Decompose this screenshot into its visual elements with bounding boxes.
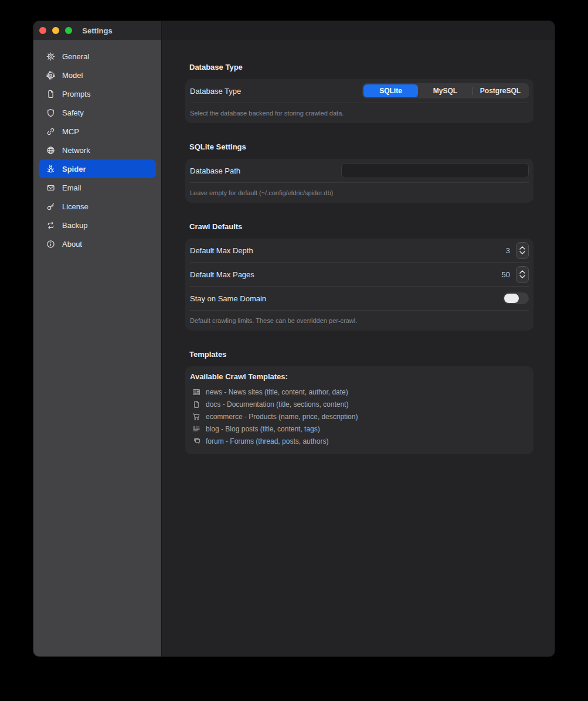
link-icon [46, 127, 55, 136]
sidebar-item-mcp[interactable]: MCP [39, 122, 156, 141]
chevron-up-icon [519, 246, 525, 250]
database-path-helper: Leave empty for default (~/.config/eldri… [185, 183, 533, 203]
sidebar-item-label: MCP [62, 127, 79, 136]
list-icon [192, 425, 200, 433]
template-item-blog: blog - Blog posts (title, content, tags) [190, 423, 529, 435]
section-header: Database Type [189, 63, 533, 72]
template-item-news: news - News sites (title, content, autho… [190, 386, 529, 398]
template-item-text: blog - Blog posts (title, content, tags) [206, 425, 320, 433]
settings-window: Settings General Mo [33, 21, 555, 656]
sidebar-item-label: License [62, 202, 89, 211]
content-titlebar[interactable] [162, 21, 555, 40]
section-crawl-defaults: Crawl Defaults Default Max Depth 3 [185, 222, 533, 331]
database-path-input[interactable] [341, 163, 529, 178]
template-item-ecommerce: ecommerce - Products (name, price, descr… [190, 410, 529, 423]
max-pages-stepper[interactable] [516, 266, 529, 283]
chevron-down-icon [519, 275, 525, 278]
templates-panel-title: Available Crawl Templates: [190, 372, 529, 381]
template-item-text: ecommerce - Products (name, price, descr… [206, 413, 358, 421]
sidebar-item-about[interactable]: About [39, 234, 156, 253]
section-templates: Templates Available Crawl Templates: new… [185, 350, 533, 454]
sidebar-item-model[interactable]: Model [39, 66, 156, 84]
database-type-helper: Select the database backend for storing … [185, 103, 533, 123]
chevron-up-icon [519, 270, 525, 274]
sidebar-nav: General Model Prompts [33, 40, 161, 253]
section-header: Crawl Defaults [189, 222, 533, 231]
toggle-knob [504, 294, 519, 303]
max-depth-label: Default Max Depth [190, 246, 253, 255]
database-path-label: Database Path [190, 166, 240, 175]
sidebar-item-prompts[interactable]: Prompts [39, 84, 156, 103]
envelope-icon [46, 183, 55, 192]
window-title: Settings [33, 21, 161, 40]
segment-mysql[interactable]: MySQL [418, 84, 473, 97]
section-sqlite-settings: SQLite Settings Database Path Leave empt… [185, 142, 533, 203]
sidebar-item-backup[interactable]: Backup [39, 216, 156, 234]
sidebar-item-network[interactable]: Network [39, 141, 156, 159]
section-header: Templates [189, 350, 533, 359]
template-item-text: news - News sites (title, content, autho… [206, 388, 348, 396]
content-pane: Database Type Database Type SQLite MySQL… [162, 21, 555, 656]
repeat-icon [46, 220, 55, 230]
sidebar-item-label: General [62, 52, 89, 61]
sidebar-item-email[interactable]: Email [39, 178, 156, 197]
chevron-down-icon [519, 251, 525, 254]
sidebar-item-spider[interactable]: Spider [39, 159, 156, 178]
same-domain-label: Stay on Same Domain [190, 294, 266, 303]
sidebar-item-license[interactable]: License [39, 197, 156, 216]
max-pages-label: Default Max Pages [190, 270, 254, 279]
key-icon [46, 202, 55, 211]
same-domain-toggle[interactable] [503, 292, 529, 304]
template-item-text: forum - Forums (thread, posts, authors) [206, 437, 328, 445]
template-item-text: docs - Documentation (title, sections, c… [206, 400, 348, 409]
sidebar-item-safety[interactable]: Safety [39, 103, 156, 122]
document-icon [192, 400, 200, 409]
sidebar-item-label: Model [62, 71, 83, 80]
database-type-label: Database Type [190, 87, 241, 96]
database-type-segmented-control: SQLite MySQL PostgreSQL [362, 83, 529, 98]
sidebar-item-general[interactable]: General [39, 47, 156, 66]
sidebar-item-label: Safety [62, 108, 84, 117]
newspaper-icon [192, 388, 200, 396]
segment-sqlite[interactable]: SQLite [363, 84, 418, 97]
sidebar-item-label: Network [62, 146, 90, 155]
max-depth-value: 3 [506, 246, 510, 255]
template-item-forum: forum - Forums (thread, posts, authors) [190, 435, 529, 447]
segment-postgresql[interactable]: PostgreSQL [473, 84, 528, 97]
shield-icon [46, 108, 55, 117]
cart-icon [192, 413, 200, 421]
gear-icon [46, 52, 55, 61]
sidebar: Settings General Mo [33, 21, 162, 656]
sidebar-item-label: About [62, 240, 82, 249]
bug-icon [46, 164, 55, 173]
sidebar-item-label: Spider [62, 165, 86, 173]
section-header: SQLite Settings [189, 142, 533, 151]
cpu-icon [46, 70, 55, 80]
sidebar-item-label: Prompts [62, 90, 90, 98]
sidebar-item-label: Email [62, 183, 81, 192]
info-icon [46, 239, 55, 249]
section-database-type: Database Type Database Type SQLite MySQL… [185, 63, 533, 123]
document-icon [46, 89, 55, 98]
template-item-docs: docs - Documentation (title, sections, c… [190, 398, 529, 410]
chat-icon [192, 437, 200, 445]
max-pages-value: 50 [502, 270, 510, 279]
crawl-defaults-helper: Default crawling limits. These can be ov… [185, 311, 533, 331]
globe-icon [46, 145, 55, 155]
sidebar-titlebar: Settings [33, 21, 161, 40]
sidebar-item-label: Backup [62, 221, 87, 230]
max-depth-stepper[interactable] [516, 242, 529, 259]
